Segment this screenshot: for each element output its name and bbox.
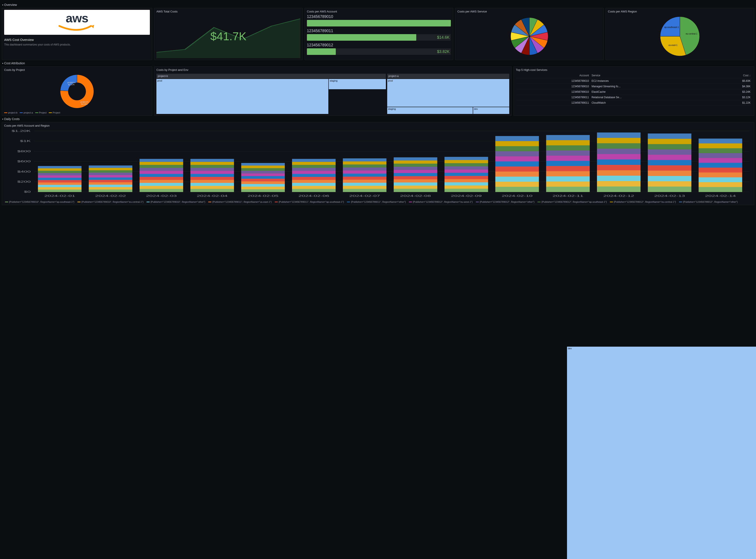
svg-rect-37 [89, 175, 132, 178]
svg-text:2024-02-02: 2024-02-02 [95, 194, 126, 198]
svg-rect-187 [699, 187, 742, 192]
svg-rect-154 [597, 138, 641, 143]
svg-rect-43 [89, 189, 132, 192]
svg-text:2024-02-10: 2024-02-10 [502, 194, 532, 198]
pie-chart-service [509, 16, 550, 57]
svg-rect-149 [546, 176, 590, 181]
svg-rect-101 [343, 183, 386, 186]
section-daily-title: Daily Costs [4, 117, 20, 121]
svg-rect-110 [394, 173, 437, 176]
svg-rect-127 [445, 189, 488, 192]
svg-rect-170 [648, 160, 691, 165]
svg-rect-103 [343, 189, 386, 192]
svg-text:$1.20K: $1.20K [12, 129, 31, 133]
legend-item[interactable]: {Publisher="123456789011", RegionName="u… [208, 201, 271, 203]
column-header[interactable]: Service [590, 73, 711, 78]
svg-rect-31 [38, 189, 81, 192]
panel-per-account[interactable]: Costs per AWS Account 123456789010 $19.3… [305, 8, 453, 60]
svg-rect-115 [394, 189, 437, 192]
svg-rect-77 [241, 184, 285, 187]
svg-rect-185 [699, 177, 742, 182]
panel-daily[interactable]: Costs per AWS Account and Region $0$200$… [2, 122, 754, 205]
svg-rect-50 [139, 174, 183, 177]
panel-per-service[interactable]: Costs per AWS Service [455, 8, 604, 60]
svg-rect-159 [597, 165, 641, 170]
legend-item[interactable]: {Publisher="123456789010", RegionName="e… [77, 201, 143, 203]
svg-rect-172 [648, 171, 691, 176]
svg-rect-25 [38, 175, 81, 178]
svg-text:2024-02-14: 2024-02-14 [705, 194, 736, 198]
section-attribution-header[interactable]: ▾ Cost Attribution [2, 60, 754, 66]
svg-text:2024-02-12: 2024-02-12 [603, 194, 634, 198]
svg-rect-147 [546, 166, 590, 171]
svg-rect-63 [190, 177, 234, 180]
svg-rect-96 [343, 167, 386, 171]
svg-rect-26 [38, 178, 81, 180]
svg-text:project-b$4.93K: project-b$4.93K [81, 101, 88, 105]
svg-rect-166 [648, 139, 691, 144]
panel-title: Costs per AWS Service [458, 10, 601, 13]
section-overview-header[interactable]: ▾ Overview [2, 2, 754, 8]
section-daily-header[interactable]: ▾ Daily Costs [2, 116, 754, 122]
svg-rect-126 [445, 185, 488, 189]
table-row[interactable]: 123456789010EC2-Instances$5.83K [516, 78, 752, 84]
svg-rect-82 [292, 162, 336, 165]
legend-item[interactable]: {Publisher="123456789012", RegionName="a… [537, 201, 607, 203]
table-row[interactable]: 123456789011Relational Database Se…$3.12… [516, 95, 752, 100]
panel-total-costs[interactable]: AWS Total Costs $41.7K [154, 8, 303, 60]
legend-item[interactable]: Project [35, 111, 47, 114]
svg-rect-72 [241, 171, 285, 174]
treemap-header: project-b [156, 74, 386, 79]
svg-rect-141 [546, 135, 590, 140]
table-row[interactable]: 123456789010ElastiCache$3.24K [516, 89, 752, 95]
svg-rect-67 [190, 189, 234, 192]
svg-rect-51 [139, 177, 183, 180]
svg-text:2024-02-13: 2024-02-13 [654, 194, 685, 198]
svg-rect-143 [546, 146, 590, 151]
svg-rect-60 [190, 168, 234, 171]
legend-item[interactable]: {Publisher="123456789012", RegionName="o… [679, 201, 738, 203]
table-row[interactable]: 123456789011CloudWatch$1.22K [516, 100, 752, 106]
svg-rect-41 [89, 184, 132, 187]
svg-rect-118 [445, 160, 488, 163]
legend-item[interactable]: {Publisher="123456789011", RegionName="a… [275, 201, 344, 203]
legend-item[interactable]: {Publisher="123456789010", RegionName="o… [147, 201, 205, 203]
column-header[interactable]: Cost ↓ [711, 73, 752, 78]
svg-rect-89 [292, 183, 336, 186]
svg-rect-124 [445, 179, 488, 182]
legend-item[interactable]: {Publisher="123456789010", RegionName="a… [5, 201, 74, 203]
legend-item[interactable]: {Publisher="123456789012", RegionName="o… [476, 201, 534, 203]
svg-rect-138 [495, 182, 539, 187]
legend-item[interactable]: {Publisher="123456789012", RegionName="e… [409, 201, 473, 203]
legend-item[interactable]: Project [49, 111, 60, 114]
legend-item[interactable]: project-b [4, 111, 18, 114]
svg-rect-186 [699, 182, 742, 187]
legend-item[interactable]: project-a [20, 111, 33, 114]
column-header[interactable]: Account [516, 73, 590, 78]
svg-rect-153 [597, 133, 641, 138]
panel-by-project-env[interactable]: Costs by Project and Env project-b prod … [154, 66, 512, 116]
svg-text:$1K: $1K [20, 139, 31, 143]
svg-rect-94 [343, 161, 386, 165]
svg-rect-59 [190, 165, 234, 168]
svg-rect-22 [38, 169, 81, 171]
svg-text:project-a$1.57K: project-a$1.57K [67, 81, 75, 86]
table-row[interactable]: 123456789010Managed Streaming fo…$4.38K [516, 84, 752, 89]
legend-item[interactable]: {Publisher="123456789011", RegionName="o… [347, 201, 405, 203]
svg-text:2024-02-01: 2024-02-01 [44, 194, 75, 198]
svg-rect-131 [495, 146, 539, 151]
legend-item[interactable]: {Publisher="123456789012", RegionName="e… [610, 201, 676, 203]
panel-title: Costs by Project and Env [156, 68, 509, 71]
svg-rect-93 [343, 158, 386, 162]
svg-text:2024-02-09: 2024-02-09 [451, 194, 482, 198]
total-cost-value: $41.7K [210, 30, 247, 43]
svg-rect-91 [292, 189, 336, 192]
section-overview-title: Overview [4, 3, 17, 6]
svg-rect-53 [139, 183, 183, 186]
panel-top-services[interactable]: Top 5 High-cost Services AccountServiceC… [513, 66, 754, 116]
panel-by-project[interactable]: Costs by Project project-a$1.57Kproject-… [2, 66, 152, 116]
svg-rect-108 [394, 167, 437, 170]
svg-rect-107 [394, 163, 437, 167]
panel-per-region[interactable]: Costs per AWS Region eu-central-1us-east… [605, 8, 754, 60]
svg-rect-98 [343, 174, 386, 177]
